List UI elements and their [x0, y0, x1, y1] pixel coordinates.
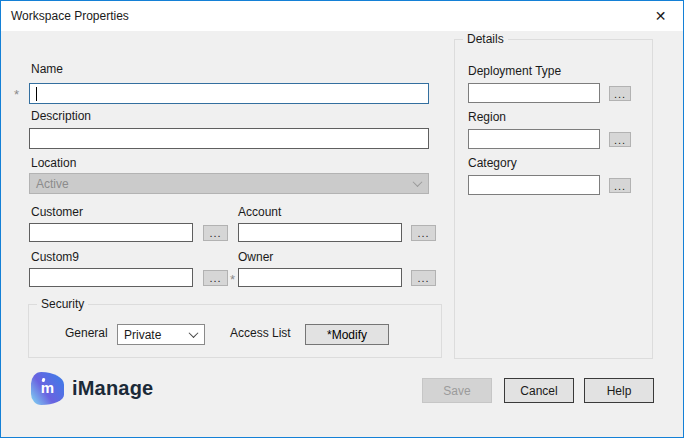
name-input[interactable] — [29, 83, 429, 104]
name-label: Name — [31, 62, 63, 76]
custom9-browse-button[interactable]: ... — [203, 270, 228, 286]
brand-name: iManage — [72, 377, 153, 400]
owner-required-marker: * — [230, 272, 235, 287]
window-title: Workspace Properties — [1, 9, 129, 23]
customer-label: Customer — [31, 205, 83, 219]
details-legend: Details — [463, 32, 508, 46]
owner-input[interactable] — [238, 268, 402, 287]
custom9-label: Custom9 — [31, 250, 79, 264]
imanage-logo: m iManage — [31, 372, 153, 405]
access-list-label: Access List — [230, 326, 291, 340]
cancel-button[interactable]: Cancel — [504, 378, 574, 403]
category-input[interactable] — [468, 175, 600, 195]
location-select: Active — [29, 173, 429, 194]
account-label: Account — [238, 205, 281, 219]
custom9-input[interactable] — [29, 268, 193, 287]
save-button: Save — [422, 378, 492, 403]
title-bar[interactable]: Workspace Properties ✕ — [1, 1, 683, 31]
name-required-marker: * — [14, 87, 19, 102]
imanage-logo-icon: m — [31, 372, 64, 405]
security-legend: Security — [37, 297, 88, 311]
deployment-type-input[interactable] — [468, 83, 600, 103]
account-input[interactable] — [238, 223, 402, 242]
account-browse-button[interactable]: ... — [411, 225, 436, 241]
region-browse-button[interactable]: ... — [609, 132, 631, 147]
location-label: Location — [31, 156, 76, 170]
customer-input[interactable] — [29, 223, 193, 242]
chevron-down-icon — [189, 328, 199, 338]
owner-label: Owner — [238, 250, 273, 264]
deployment-type-browse-button[interactable]: ... — [609, 86, 631, 101]
general-selected-value: Private — [124, 328, 161, 342]
close-icon[interactable]: ✕ — [638, 1, 683, 30]
chevron-down-icon — [413, 177, 423, 187]
deployment-type-label: Deployment Type — [468, 64, 561, 78]
category-label: Category — [468, 156, 517, 170]
security-groupbox: Security General Private Access List *Mo… — [28, 304, 442, 358]
workspace-properties-dialog: Workspace Properties ✕ Name * Descriptio… — [0, 0, 684, 438]
general-select[interactable]: Private — [117, 324, 205, 345]
description-input[interactable] — [29, 128, 429, 149]
text-caret — [36, 87, 37, 101]
category-browse-button[interactable]: ... — [609, 178, 631, 193]
region-input[interactable] — [468, 129, 600, 149]
details-groupbox: Details Deployment Type ... Region ... C… — [454, 39, 653, 359]
owner-browse-button[interactable]: ... — [411, 270, 436, 286]
help-button[interactable]: Help — [584, 378, 654, 403]
location-selected-value: Active — [36, 177, 69, 191]
description-label: Description — [31, 109, 91, 123]
customer-browse-button[interactable]: ... — [203, 225, 228, 241]
general-label: General — [65, 326, 108, 340]
modify-access-list-button[interactable]: *Modify — [305, 324, 389, 345]
region-label: Region — [468, 110, 506, 124]
